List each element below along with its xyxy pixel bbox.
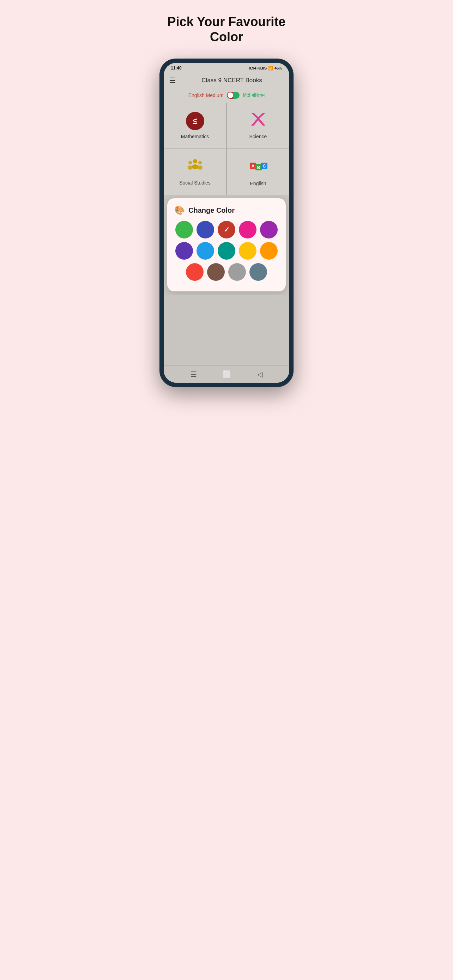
science-icon: [250, 111, 267, 130]
color-yellow[interactable]: [239, 242, 256, 259]
dialog-title: Change Color: [188, 206, 235, 215]
social-studies-card[interactable]: Social Studies: [164, 148, 226, 195]
mathematics-icon: ≤: [186, 112, 204, 130]
nav-menu-icon[interactable]: ☰: [191, 370, 197, 379]
language-bar: English Medium हिंदी मीडियम: [164, 89, 289, 103]
science-card[interactable]: Science: [227, 103, 289, 148]
svg-point-4: [198, 161, 202, 164]
data-speed: 0.94 KB/S: [249, 66, 267, 70]
svg-point-5: [197, 165, 202, 170]
toggle-knob: [227, 92, 233, 98]
subject-grid: ≤ Mathematics Science: [164, 103, 289, 195]
bottom-overlay: 🎨 Change Color: [164, 198, 289, 383]
status-bar: 11:40 0.94 KB/S 📶 46%: [164, 63, 289, 72]
palette-icon: 🎨: [174, 205, 185, 215]
phone-frame: 11:40 0.94 KB/S 📶 46% ☰ Class 9 NCERT Bo…: [159, 59, 294, 387]
color-row-1: [174, 221, 279, 239]
color-row-2: [174, 242, 279, 259]
svg-point-3: [188, 165, 192, 170]
hamburger-icon[interactable]: ☰: [169, 76, 176, 85]
color-green[interactable]: [175, 221, 193, 239]
color-brown[interactable]: [207, 263, 225, 281]
nav-back-icon[interactable]: ◁: [257, 370, 262, 379]
english-label: English: [250, 181, 266, 186]
english-card[interactable]: A B C English: [227, 148, 289, 195]
app-bar: ☰ Class 9 NCERT Books: [164, 72, 289, 89]
svg-text:B: B: [257, 165, 260, 170]
battery-text: 46%: [275, 66, 282, 70]
color-purple2[interactable]: [175, 242, 193, 259]
social-studies-label: Social Studies: [179, 180, 211, 186]
english-medium-label[interactable]: English Medium: [188, 92, 224, 98]
english-icon: A B C: [248, 157, 268, 177]
color-dialog: 🎨 Change Color: [167, 198, 286, 291]
language-toggle[interactable]: [227, 92, 240, 99]
color-teal[interactable]: [218, 242, 235, 259]
app-title: Class 9 NCERT Books: [180, 77, 284, 84]
mathematics-label: Mathematics: [181, 134, 209, 139]
color-pink[interactable]: [239, 221, 256, 239]
dialog-header: 🎨 Change Color: [174, 205, 279, 215]
color-purple[interactable]: [260, 221, 278, 239]
svg-point-1: [192, 164, 198, 169]
nav-home-icon[interactable]: ⬜: [223, 370, 231, 379]
page-title: Pick Your Favourite Color: [168, 14, 286, 45]
color-row-3: [174, 263, 279, 281]
hindi-medium-label[interactable]: हिंदी मीडियम: [243, 92, 265, 99]
social-studies-icon: [186, 158, 204, 177]
gray-area: [164, 295, 289, 366]
color-orange-red[interactable]: [186, 263, 203, 281]
status-time: 11:40: [171, 65, 182, 70]
phone-screen: 11:40 0.94 KB/S 📶 46% ☰ Class 9 NCERT Bo…: [164, 63, 289, 383]
svg-text:C: C: [262, 164, 265, 169]
svg-point-0: [193, 159, 197, 163]
wifi-icon: 📶: [268, 66, 273, 70]
color-blue-dark[interactable]: [197, 221, 214, 239]
status-icons: 0.94 KB/S 📶 46%: [249, 66, 282, 70]
color-gray[interactable]: [228, 263, 246, 281]
color-blue-light[interactable]: [197, 242, 214, 259]
color-red-selected[interactable]: [218, 221, 235, 239]
color-orange[interactable]: [260, 242, 278, 259]
svg-point-2: [188, 161, 192, 164]
color-blue-gray[interactable]: [250, 263, 267, 281]
svg-text:A: A: [251, 164, 254, 169]
science-label: Science: [250, 134, 267, 139]
mathematics-card[interactable]: ≤ Mathematics: [164, 103, 226, 148]
bottom-nav: ☰ ⬜ ◁: [164, 366, 289, 383]
